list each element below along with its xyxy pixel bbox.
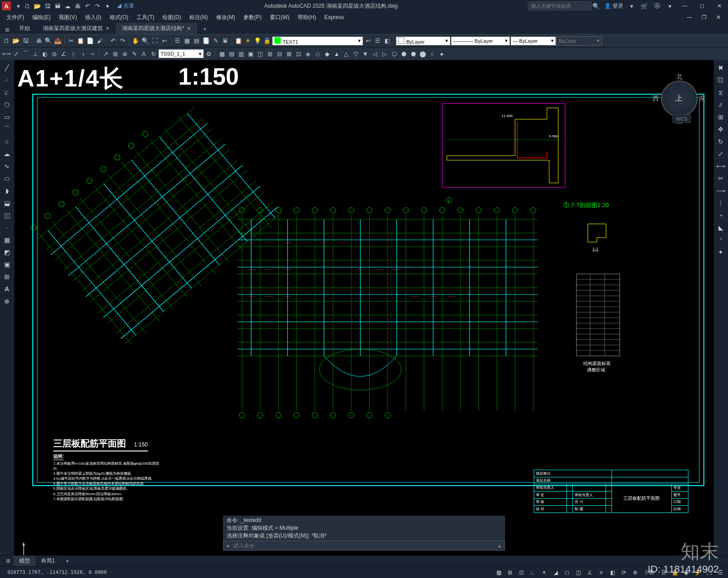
new-icon[interactable]: 🗋: [2, 36, 11, 46]
lineweight-toggle[interactable]: ≡: [596, 568, 606, 577]
app-icon[interactable]: A: [2, 1, 11, 10]
explode-icon[interactable]: ✦: [714, 246, 728, 258]
tssd-14-icon[interactable]: △: [342, 49, 351, 58]
close-button[interactable]: ✕: [713, 1, 726, 10]
search-icon[interactable]: 🔍: [592, 1, 601, 10]
dim-quick-icon[interactable]: ⟊: [69, 49, 78, 58]
trim-icon[interactable]: ✂: [714, 172, 728, 184]
move-icon[interactable]: ✥: [714, 123, 728, 135]
tssd-11-icon[interactable]: ◇: [313, 49, 322, 58]
polar-toggle[interactable]: ✴: [539, 568, 549, 577]
leader-icon[interactable]: ↗: [101, 49, 110, 58]
selection-cycling-toggle[interactable]: ⟳: [619, 568, 629, 577]
tssd-1-icon[interactable]: ▦: [217, 49, 227, 58]
share-button[interactable]: ◢ 共享: [116, 2, 134, 10]
cut-icon[interactable]: ✂: [66, 36, 76, 46]
command-expand-icon[interactable]: ▴: [498, 543, 501, 549]
help-dropdown[interactable]: ▾: [665, 1, 674, 10]
login-button[interactable]: 👤 登录: [604, 2, 623, 10]
wcs-label[interactable]: WCS: [672, 115, 691, 123]
design-center-icon[interactable]: ▦: [182, 36, 192, 46]
app-menu-dropdown[interactable]: ▾: [14, 1, 23, 10]
polygon-icon[interactable]: ⬡: [0, 99, 14, 111]
transparency-toggle[interactable]: ◧: [607, 568, 617, 577]
menu-dimension[interactable]: 标注(N): [186, 12, 212, 23]
chamfer-icon[interactable]: ◣: [714, 222, 728, 233]
stretch-icon[interactable]: ⟷: [714, 160, 728, 172]
layer-prev-icon[interactable]: ↩: [364, 36, 373, 46]
quickcalc-icon[interactable]: 🖩: [221, 36, 230, 46]
menu-window[interactable]: 窗口(W): [266, 12, 293, 23]
menu-format[interactable]: 格式(O): [106, 12, 132, 23]
dim-diameter-icon[interactable]: ⊘: [50, 49, 59, 58]
tssd-17-icon[interactable]: ◁: [370, 49, 379, 58]
break-icon[interactable]: ⦚: [714, 197, 728, 209]
menu-express[interactable]: Express: [321, 13, 348, 22]
dim-linear-icon[interactable]: ⟷: [2, 49, 11, 58]
tab-file-1[interactable]: 湖南某四星级大酒店建筑✕: [36, 23, 116, 34]
pline-icon[interactable]: ⟀: [0, 86, 14, 98]
plot-icon[interactable]: 🖶: [73, 1, 82, 10]
dim-continue-icon[interactable]: ⫟: [88, 49, 97, 58]
paste-icon[interactable]: 📄: [86, 36, 95, 46]
erase-icon[interactable]: ✖: [714, 62, 728, 74]
add-selected-icon[interactable]: ⊕: [0, 295, 14, 307]
arc-icon[interactable]: ⌒: [0, 123, 14, 135]
tab-start[interactable]: 开始: [13, 23, 36, 34]
layer-off-icon[interactable]: 💡: [253, 36, 262, 46]
tab-add-button[interactable]: +: [197, 24, 213, 34]
layer-lock-icon[interactable]: 🔒: [263, 36, 272, 46]
preview-icon[interactable]: 🔍: [44, 36, 53, 46]
tssd-19-icon[interactable]: ⬡: [389, 49, 399, 58]
save-icon[interactable]: 🖫: [43, 1, 52, 10]
tssd-20-icon[interactable]: ⬢: [399, 49, 408, 58]
properties-icon[interactable]: ☰: [173, 36, 182, 46]
layer-iso-icon[interactable]: ◧: [383, 36, 392, 46]
color-selector[interactable]: ByLayer▾: [396, 36, 450, 46]
help-search-input[interactable]: 键入关键字或短语: [528, 1, 592, 10]
a360-icon[interactable]: Ⓐ: [652, 1, 662, 10]
web-icon[interactable]: ☁: [63, 1, 72, 10]
tssd-12-icon[interactable]: ◆: [323, 49, 332, 58]
ellipse-icon[interactable]: ⬭: [0, 172, 14, 184]
tssd-5-icon[interactable]: ◫: [256, 49, 265, 58]
undo-icon[interactable]: ↶: [83, 1, 92, 10]
menu-modify[interactable]: 修改(M): [212, 12, 239, 23]
dim-baseline-icon[interactable]: ⫞: [78, 49, 87, 58]
extend-icon[interactable]: ⟶: [714, 185, 728, 197]
dim-update-icon[interactable]: ↻: [149, 49, 158, 58]
menu-edit[interactable]: 编辑(E): [29, 12, 54, 23]
layer-state-icon[interactable]: ☰: [373, 36, 382, 46]
grid-toggle[interactable]: ⊞: [505, 568, 515, 577]
open-icon[interactable]: 📂: [11, 36, 20, 46]
saveas-icon[interactable]: 🖬: [53, 1, 62, 10]
offset-icon[interactable]: ⫽: [714, 99, 728, 111]
tssd-3-icon[interactable]: ▥: [237, 49, 246, 58]
hatch-icon[interactable]: ▦: [0, 234, 14, 246]
rectangle-icon[interactable]: ▭: [0, 111, 14, 123]
tssd-7-icon[interactable]: ⊟: [275, 49, 284, 58]
tssd-16-icon[interactable]: ▼: [361, 49, 370, 58]
plotstyle-selector[interactable]: ByColor▾: [556, 36, 602, 46]
osnap-toggle[interactable]: ◻: [562, 568, 572, 577]
print-icon[interactable]: 🖶: [34, 36, 43, 46]
layout-add-button[interactable]: +: [61, 557, 75, 566]
tssd-24-icon[interactable]: ●: [437, 49, 446, 58]
dimstyle-icon[interactable]: ⚙: [204, 49, 213, 58]
gradient-icon[interactable]: ◩: [0, 246, 14, 258]
redo-icon[interactable]: ↷: [118, 36, 127, 46]
rotate-icon[interactable]: ↻: [714, 136, 728, 147]
doc-restore-button[interactable]: ❐: [697, 13, 711, 22]
menu-parametric[interactable]: 参数(P): [240, 12, 265, 23]
undo-icon[interactable]: ↶: [108, 36, 117, 46]
layout-list-icon[interactable]: ≡: [3, 557, 14, 565]
tssd-22-icon[interactable]: ⬤: [418, 49, 427, 58]
pan-icon[interactable]: ✋: [131, 36, 140, 46]
region-icon[interactable]: ▣: [0, 259, 14, 270]
linetype-selector[interactable]: ———— ByLayer▾: [451, 36, 510, 46]
array-icon[interactable]: ⊞: [714, 111, 728, 123]
doc-close-button[interactable]: ✕: [712, 13, 725, 22]
match-icon[interactable]: 🖌: [95, 36, 104, 46]
qat-dropdown-icon[interactable]: ▾: [103, 1, 112, 10]
save-icon[interactable]: 🖫: [21, 36, 30, 46]
